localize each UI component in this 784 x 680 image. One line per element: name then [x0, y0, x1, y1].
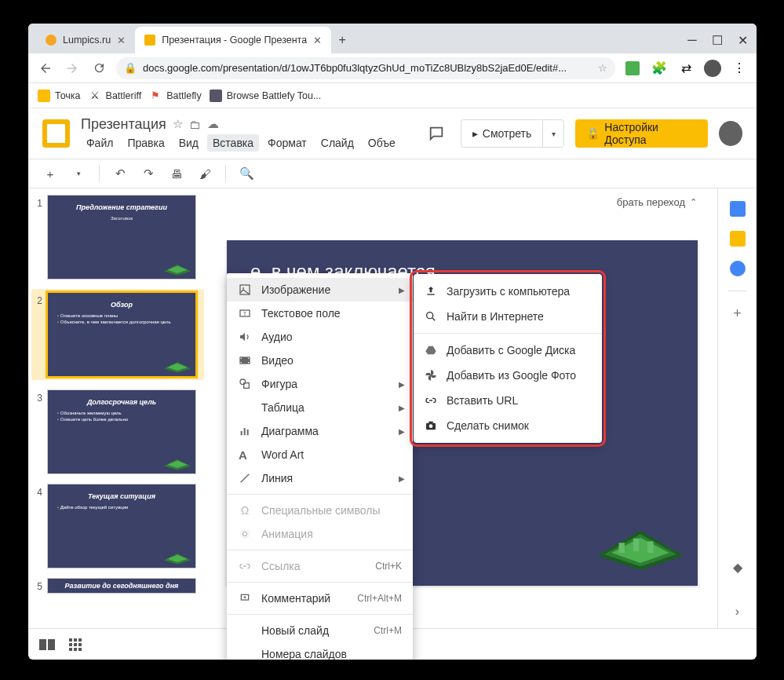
submenu-item-camera[interactable]: Сделать снимок: [414, 413, 602, 438]
close-icon[interactable]: ✕: [313, 35, 322, 46]
filmstrip-view-button[interactable]: [39, 639, 55, 650]
menu-item-Номера слайдов[interactable]: Номера слайдов: [227, 642, 413, 660]
slides-logo-icon[interactable]: [42, 119, 70, 148]
menu-edit[interactable]: Правка: [122, 134, 170, 152]
tasks-icon[interactable]: [730, 261, 746, 276]
menu-item-Линия[interactable]: Линия▶: [227, 466, 413, 490]
svg-rect-16: [69, 638, 72, 642]
menu-item-Word Art[interactable]: AWord Art: [227, 443, 413, 466]
wordart-icon: A: [238, 448, 252, 461]
menu-item-Видео[interactable]: Видео: [227, 349, 413, 372]
redo-button[interactable]: ↷: [137, 163, 159, 185]
grid-view-button[interactable]: [69, 638, 82, 651]
star-icon[interactable]: ☆: [173, 117, 183, 131]
extensions-button[interactable]: 🧩: [650, 59, 669, 78]
menu-label: Ссылка: [261, 560, 301, 572]
new-tab-button[interactable]: +: [331, 29, 353, 51]
slide-thumbnail[interactable]: Предложение стратегии Заголовок: [47, 195, 196, 280]
menu-label: Добавить с Google Диска: [447, 344, 575, 356]
browser-tab[interactable]: Lumpics.ru ✕: [36, 27, 135, 53]
titlebar: Lumpics.ru ✕ Презентация - Google Презен…: [28, 24, 757, 53]
menu-item-Ссылка: СсылкаCtrl+K: [227, 554, 413, 578]
menu-item-Изображение[interactable]: Изображение▶: [227, 278, 413, 302]
svg-point-47: [427, 313, 433, 319]
submenu-item-photos[interactable]: Добавить из Google Фото: [414, 363, 602, 388]
svg-rect-46: [427, 294, 434, 294]
menu-slide[interactable]: Слайд: [315, 134, 359, 152]
doc-name[interactable]: Презентация: [81, 116, 166, 133]
bookmark[interactable]: ⚔Battleriff: [89, 90, 142, 102]
menu-item-Новый слайд[interactable]: Новый слайдCtrl+M: [227, 619, 413, 642]
new-slide-dropdown[interactable]: ▾: [67, 163, 89, 185]
slide-thumbnail-selected[interactable]: Обзор Опишите основные планыОбъясните, в…: [47, 292, 196, 377]
maximize-button[interactable]: ☐: [713, 27, 722, 53]
profile-avatar[interactable]: [703, 59, 722, 78]
slide-panel[interactable]: 1 Предложение стратегии Заголовок 2 Обзо…: [28, 188, 207, 628]
move-icon[interactable]: 🗀: [189, 118, 201, 131]
menu-item-Диаграмма[interactable]: Диаграмма▶: [227, 419, 413, 443]
submenu-item-upload[interactable]: Загрузить с компьютера: [414, 279, 602, 304]
present-dropdown[interactable]: ▾: [542, 119, 564, 148]
submenu-item-drive[interactable]: Добавить с Google Диска: [414, 338, 602, 363]
reload-button[interactable]: [89, 59, 108, 78]
add-addon-button[interactable]: +: [733, 305, 742, 322]
new-slide-button[interactable]: +: [39, 163, 61, 185]
extension-icon[interactable]: ⇄: [676, 59, 695, 78]
print-button[interactable]: 🖶: [166, 163, 188, 185]
chevron-right-icon: ▶: [399, 380, 405, 389]
bookmark[interactable]: Browse Battlefy Tou...: [210, 90, 322, 102]
keep-icon[interactable]: [730, 231, 746, 247]
close-button[interactable]: ✕: [738, 27, 747, 53]
menu-insert[interactable]: Вставка: [207, 134, 259, 152]
menu-button[interactable]: ⋮: [730, 59, 749, 78]
tab-strip: Lumpics.ru ✕ Презентация - Google Презен…: [28, 27, 678, 53]
paint-format-button[interactable]: 🖌: [194, 163, 216, 185]
address-bar: 🔒 docs.google.com/presentation/d/1owJT6b…: [28, 53, 757, 83]
bookmark[interactable]: ⚑Battlefly: [149, 90, 201, 102]
svg-point-34: [240, 379, 246, 385]
toolbar: + ▾ ↶ ↷ 🖶 🖌 🔍: [28, 159, 757, 188]
calendar-icon[interactable]: [730, 201, 746, 217]
undo-button[interactable]: ↶: [109, 163, 131, 185]
maze-icon: [597, 518, 684, 572]
submenu-item-search[interactable]: Найти в Интернете: [414, 304, 602, 329]
audio-icon: [238, 331, 252, 343]
explore-button[interactable]: ◆: [733, 560, 742, 575]
chevron-right-icon: ▶: [399, 474, 405, 483]
cloud-icon: ☁: [207, 117, 219, 131]
minimize-button[interactable]: ─: [687, 27, 697, 53]
lock-icon: 🔒: [124, 62, 137, 74]
menu-arrange[interactable]: Объе: [363, 134, 401, 152]
menu-view[interactable]: Вид: [173, 134, 204, 152]
slide-thumbnail[interactable]: Долгосрочная цель Обозначьте желаемую це…: [47, 389, 196, 474]
header-right: ▸Смотреть ▾ 🔒Настройки Доступа: [423, 119, 742, 148]
omnibox[interactable]: 🔒 docs.google.com/presentation/d/1owJT6b…: [116, 57, 615, 79]
present-button[interactable]: ▸Смотреть: [461, 119, 542, 148]
star-icon[interactable]: ☆: [598, 62, 607, 74]
submenu-item-url[interactable]: Вставить URL: [414, 388, 602, 413]
menu-format[interactable]: Формат: [262, 134, 312, 152]
close-icon[interactable]: ✕: [117, 35, 126, 46]
share-button[interactable]: 🔒Настройки Доступа: [575, 119, 708, 148]
browser-tab-active[interactable]: Презентация - Google Презента ✕: [135, 27, 331, 53]
menu-item-Комментарий[interactable]: КомментарийCtrl+Alt+M: [227, 587, 413, 610]
comment-history-button[interactable]: [423, 119, 450, 148]
menu-file[interactable]: Файл: [81, 134, 119, 152]
back-button[interactable]: [36, 59, 55, 78]
title-block: Презентация ☆ 🗀 ☁ Файл Правка Вид Вставк…: [81, 116, 401, 152]
zoom-button[interactable]: 🔍: [235, 163, 257, 185]
url-icon: [425, 394, 437, 407]
bookmark[interactable]: Точка: [38, 90, 81, 102]
slide-thumbnail[interactable]: Текущая ситуация Дайте обзор текущей сит…: [47, 484, 196, 568]
photos-icon: [425, 369, 437, 382]
menu-item-Таблица[interactable]: Таблица▶: [227, 396, 413, 419]
collapse-sidepanel-button[interactable]: ›: [735, 605, 739, 619]
slide-thumbnail[interactable]: Развитие до сегодняшнего дня: [47, 578, 196, 594]
menu-item-Фигура[interactable]: Фигура▶: [227, 372, 413, 396]
menu-item-Текстовое поле[interactable]: TТекстовое поле: [227, 302, 413, 325]
transition-button[interactable]: брать переход⌃: [617, 196, 697, 208]
account-avatar[interactable]: [719, 121, 742, 146]
maze-icon: [164, 261, 191, 276]
extension-icon[interactable]: [623, 59, 642, 78]
menu-item-Аудио[interactable]: Аудио: [227, 325, 413, 349]
